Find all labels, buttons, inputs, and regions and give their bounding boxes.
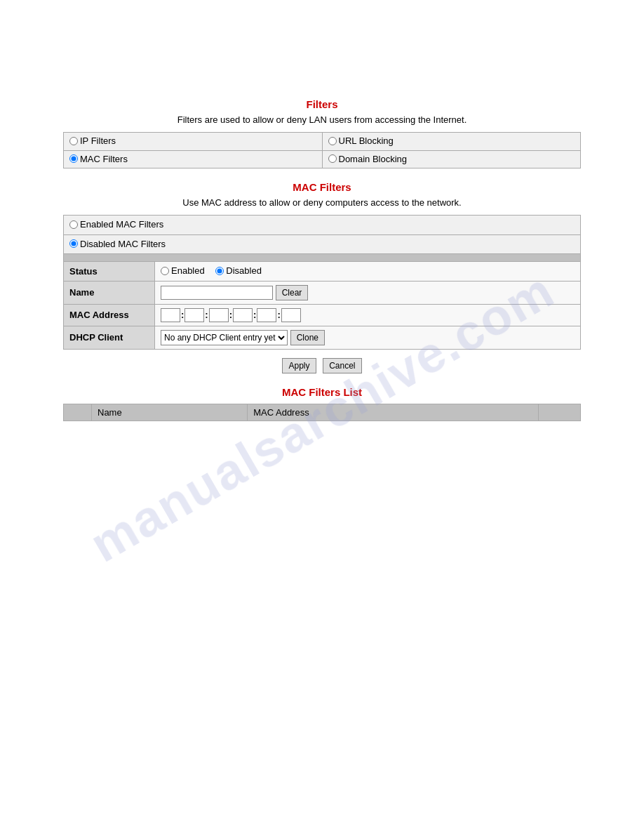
filters-row-1: IP Filters URL Blocking	[64, 133, 581, 151]
disabled-mac-filters-option[interactable]: Disabled MAC Filters	[69, 239, 166, 249]
list-col-name: Name	[92, 404, 248, 421]
list-col-action	[539, 404, 581, 421]
disabled-mac-filters-row: Disabled MAC Filters	[64, 234, 581, 254]
name-row: Name Clear	[64, 281, 581, 304]
domain-blocking-option[interactable]: Domain Blocking	[328, 154, 408, 164]
mac-octet-4[interactable]	[233, 308, 253, 322]
url-blocking-option[interactable]: URL Blocking	[328, 135, 394, 146]
name-input[interactable]	[161, 286, 273, 300]
mac-filters-list-title: MAC Filters List	[63, 386, 581, 398]
mac-address-inputs: : : : : :	[161, 308, 575, 322]
disabled-mac-filters-cell: Disabled MAC Filters	[64, 234, 581, 254]
mac-octet-5[interactable]	[257, 308, 276, 322]
mac-filters-list-section: MAC Filters List Name MAC Address	[63, 386, 581, 421]
url-blocking-cell: URL Blocking	[322, 133, 581, 151]
filters-row-2: MAC Filters Domain Blocking	[64, 150, 581, 168]
dhcp-client-label-cell: DHCP Client	[64, 326, 155, 349]
ip-filters-cell: IP Filters	[64, 133, 323, 151]
clone-button[interactable]: Clone	[290, 330, 325, 345]
filters-section: Filters Filters are used to allow or den…	[63, 98, 581, 168]
mac-filters-description: Use MAC address to allow or deny compute…	[63, 197, 581, 208]
list-col-checkbox	[64, 404, 92, 421]
filters-options-table: IP Filters URL Blocking MAC Filters	[63, 132, 581, 168]
dhcp-client-value-cell: No any DHCP Client entry yet Clone	[155, 326, 581, 349]
filters-title: Filters	[63, 98, 581, 110]
mac-filters-option[interactable]: MAC Filters	[69, 154, 128, 164]
status-disabled-option[interactable]: Disabled	[215, 265, 262, 276]
list-table-header: Name MAC Address	[64, 404, 581, 421]
clear-button[interactable]: Clear	[276, 285, 309, 300]
list-col-mac: MAC Address	[248, 404, 539, 421]
name-label-cell: Name	[64, 281, 155, 304]
mac-octet-6[interactable]	[281, 308, 301, 322]
mac-filters-section: MAC Filters Use MAC address to allow or …	[63, 181, 581, 373]
dhcp-client-select[interactable]: No any DHCP Client entry yet	[161, 330, 288, 345]
ip-filters-option[interactable]: IP Filters	[69, 135, 116, 146]
status-enabled-radio[interactable]	[161, 267, 169, 275]
enabled-mac-filters-row: Enabled MAC Filters	[64, 216, 581, 235]
disabled-mac-filters-radio[interactable]	[69, 239, 78, 248]
enabled-mac-filters-cell: Enabled MAC Filters	[64, 216, 581, 235]
status-row: Status Enabled Disabled	[64, 262, 581, 282]
mac-address-label-cell: MAC Address	[64, 304, 155, 326]
mac-filters-config-table: Enabled MAC Filters Disabled MAC Filters	[63, 215, 581, 350]
mac-octet-1[interactable]	[161, 308, 180, 322]
list-header-row: Name MAC Address	[64, 404, 581, 421]
mac-filters-cell: MAC Filters	[64, 150, 323, 168]
name-value-cell: Clear	[155, 281, 581, 304]
mac-octet-3[interactable]	[209, 308, 229, 322]
mac-filters-radio[interactable]	[69, 154, 78, 163]
filters-description: Filters are used to allow or deny LAN us…	[63, 114, 581, 125]
status-disabled-radio[interactable]	[215, 267, 224, 275]
enabled-mac-filters-option[interactable]: Enabled MAC Filters	[69, 219, 163, 230]
cancel-button[interactable]: Cancel	[323, 358, 361, 373]
status-value-cell: Enabled Disabled	[155, 262, 581, 282]
ip-filters-radio[interactable]	[69, 137, 78, 145]
mac-address-row: MAC Address : : : : :	[64, 304, 581, 326]
action-buttons: Apply Cancel	[63, 358, 581, 373]
mac-octet-2[interactable]	[185, 308, 204, 322]
status-label-cell: Status	[64, 262, 155, 282]
apply-button[interactable]: Apply	[282, 358, 316, 373]
mac-filters-header-row	[64, 254, 581, 262]
header-separator	[64, 254, 581, 262]
enabled-mac-filters-radio[interactable]	[69, 220, 78, 229]
domain-blocking-radio[interactable]	[328, 154, 337, 163]
mac-filters-list-table: Name MAC Address	[63, 404, 581, 421]
mac-address-value-cell: : : : : :	[155, 304, 581, 326]
status-enabled-option[interactable]: Enabled	[161, 265, 205, 276]
domain-blocking-cell: Domain Blocking	[322, 150, 581, 168]
mac-filters-title: MAC Filters	[63, 181, 581, 193]
url-blocking-radio[interactable]	[328, 137, 337, 145]
dhcp-client-row: DHCP Client No any DHCP Client entry yet…	[64, 326, 581, 349]
